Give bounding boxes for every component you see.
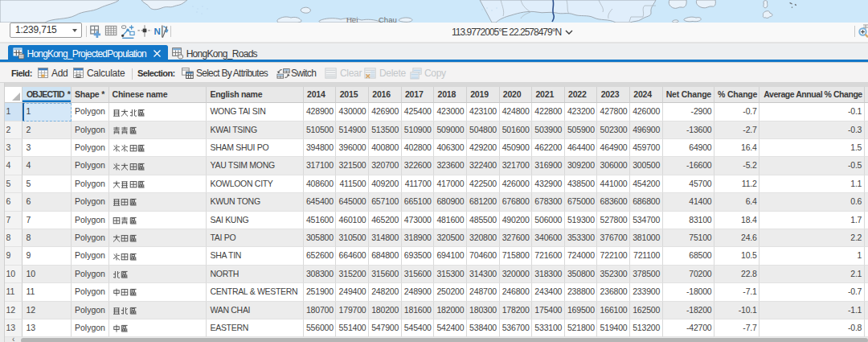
svg-text:N: N xyxy=(154,26,161,35)
